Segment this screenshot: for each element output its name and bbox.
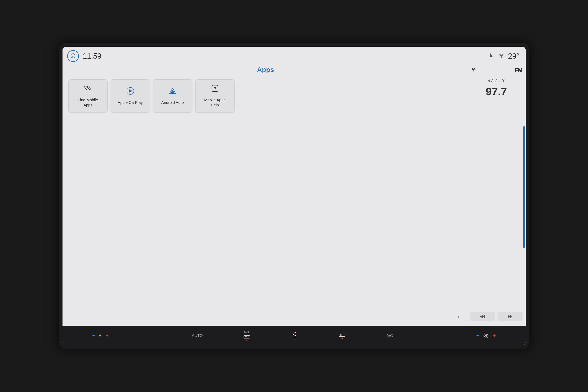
search-people-icon	[84, 84, 92, 94]
auto-label[interactable]: AUTO	[192, 334, 203, 338]
radio-panel-inner: 97.7...Y 97.7	[470, 78, 523, 321]
find-mobile-apps-label: Find MobileApps	[78, 98, 98, 108]
signal-icon	[489, 53, 495, 60]
svg-marker-20	[510, 315, 512, 318]
ac-group: A/C	[386, 334, 393, 338]
seat-heat-group[interactable]	[291, 332, 298, 340]
radio-signal-icon	[470, 67, 477, 74]
radio-controls	[470, 312, 523, 321]
temp-left-label: HI	[98, 334, 102, 338]
fan-minus[interactable]: −	[475, 332, 481, 339]
skip-forward-button[interactable]	[498, 312, 523, 321]
svg-point-16	[473, 70, 474, 72]
svg-rect-5	[84, 86, 87, 88]
radio-frequency: 97.7	[470, 85, 523, 312]
svg-text:?: ?	[214, 86, 216, 91]
main-content: Apps	[62, 64, 526, 326]
mobile-apps-help-button[interactable]: ? Mobile AppsHelp	[195, 80, 235, 112]
svg-rect-6	[87, 86, 90, 88]
svg-line-22	[245, 336, 246, 337]
auto-group: AUTO	[192, 334, 203, 338]
max-label: MAX	[244, 331, 250, 334]
svg-marker-11	[129, 90, 132, 92]
rear-defrost-indicator	[342, 338, 343, 339]
radio-header: FM	[470, 67, 523, 74]
svg-marker-17	[480, 315, 483, 318]
infotainment-screen: 11:59	[62, 47, 526, 345]
svg-line-23	[246, 336, 247, 337]
rear-defrost-group	[339, 332, 346, 339]
radio-mode-label: FM	[515, 67, 522, 73]
climate-bar: − HI + AUTO MAX	[62, 326, 526, 345]
car-screen-frame: 11:59	[59, 43, 529, 349]
svg-marker-19	[508, 315, 510, 318]
svg-rect-27	[339, 334, 345, 336]
apps-title: Apps	[68, 66, 463, 74]
temp-left-group: − HI +	[90, 332, 110, 339]
home-icon	[70, 53, 76, 60]
apple-carplay-button[interactable]: Apple CarPlay	[111, 80, 150, 112]
radio-panel: FM 97.7...Y 97.7	[467, 64, 526, 324]
android-auto-button[interactable]: Android Auto	[153, 80, 192, 112]
svg-point-7	[85, 88, 86, 90]
svg-point-4	[501, 57, 502, 58]
play-circle-icon	[126, 87, 134, 97]
scroll-arrow-icon[interactable]: ›	[456, 314, 461, 320]
svg-rect-21	[244, 336, 250, 338]
temp-left-plus[interactable]: +	[104, 332, 110, 339]
android-nav-icon	[168, 87, 177, 97]
radio-scrollbar[interactable]	[523, 126, 525, 248]
svg-line-24	[247, 336, 248, 337]
skip-back-button[interactable]	[470, 312, 495, 321]
front-defrost-group: MAX	[243, 331, 250, 341]
find-mobile-apps-button[interactable]: Find MobileApps	[68, 80, 107, 112]
apps-grid: Find MobileApps Apple CarPlay	[68, 80, 463, 112]
svg-marker-18	[483, 315, 485, 318]
clock-display: 11:59	[83, 52, 101, 60]
fan-plus[interactable]: +	[491, 332, 497, 339]
top-bar-left: 11:59	[67, 50, 101, 62]
ac-label[interactable]: A/C	[386, 334, 393, 338]
top-bar: 11:59	[62, 47, 526, 64]
home-button[interactable]	[67, 50, 79, 62]
apps-area: Apps	[62, 64, 467, 324]
temp-left-minus[interactable]: −	[90, 332, 96, 339]
top-bar-right: 29°	[489, 52, 519, 60]
temperature-display: 29°	[508, 52, 519, 60]
mobile-apps-help-label: Mobile AppsHelp	[204, 98, 225, 108]
help-square-icon: ?	[211, 84, 219, 94]
seat-heat-indicator	[294, 339, 295, 340]
fan-right-group: − +	[475, 332, 497, 339]
svg-line-25	[248, 336, 248, 337]
apple-carplay-label: Apple CarPlay	[118, 100, 143, 105]
divider-1	[151, 331, 151, 340]
svg-point-32	[485, 335, 487, 336]
radio-station-name: 97.7...Y	[470, 78, 523, 84]
android-auto-label: Android Auto	[161, 100, 184, 105]
defrost-indicator	[246, 340, 247, 341]
divider-2	[434, 331, 434, 340]
wifi-icon	[498, 53, 505, 60]
